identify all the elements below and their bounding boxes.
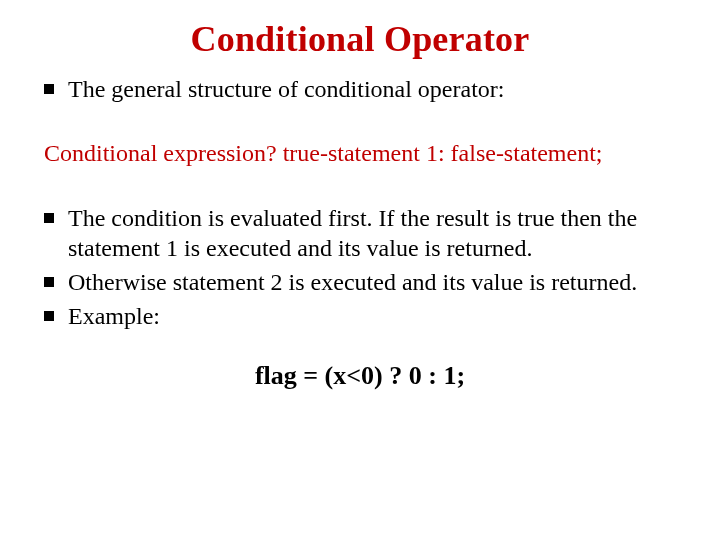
bullet-item: The general structure of conditional ope…	[40, 74, 680, 104]
bullet-item: Otherwise statement 2 is executed and it…	[40, 267, 680, 297]
bullet-item: The condition is evaluated first. If the…	[40, 203, 680, 263]
slide: Conditional Operator The general structu…	[0, 0, 720, 540]
bullet-list-top: The general structure of conditional ope…	[40, 74, 680, 104]
bullet-item: Example:	[40, 301, 680, 331]
example-code: flag = (x<0) ? 0 : 1;	[40, 361, 680, 391]
bullet-list-bottom: The condition is evaluated first. If the…	[40, 203, 680, 331]
slide-title: Conditional Operator	[40, 18, 680, 60]
conditional-expression-text: Conditional expression? true-statement 1…	[44, 138, 680, 169]
